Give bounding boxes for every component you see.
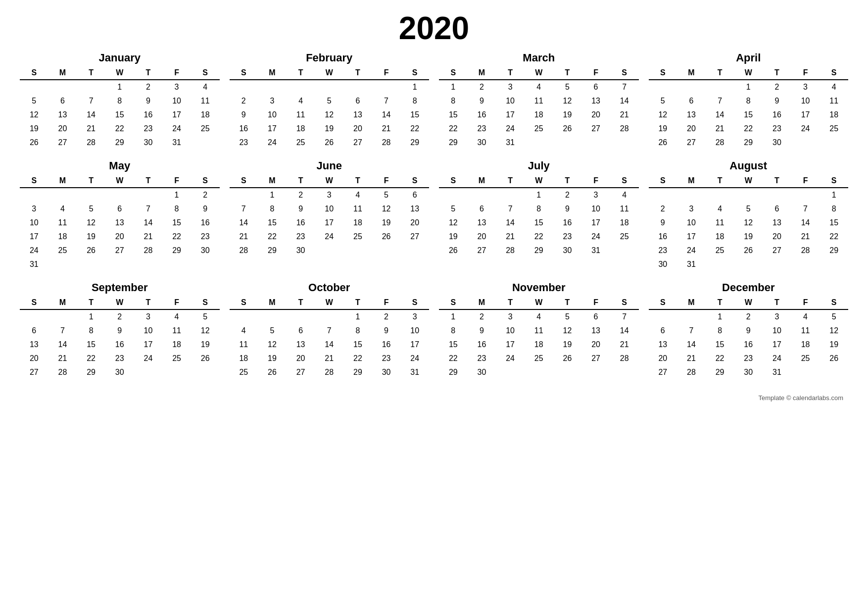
day-cell: 15 — [734, 108, 763, 122]
day-cell — [610, 244, 639, 257]
day-cell: 9 — [105, 324, 134, 338]
month-table-august: SMTWTFS123456789101112131415161718192021… — [649, 174, 849, 271]
day-cell — [48, 80, 77, 94]
day-cell: 10 — [677, 216, 706, 230]
day-cell: 2 — [553, 188, 582, 202]
day-cell: 3 — [134, 309, 163, 324]
day-header: M — [468, 296, 496, 309]
day-cell: 26 — [439, 244, 468, 257]
day-cell — [315, 244, 343, 257]
day-cell: 6 — [763, 202, 791, 216]
day-cell: 19 — [191, 338, 220, 352]
month-table-march: SMTWTFS123456789101112131415161718192021… — [439, 66, 639, 150]
day-cell: 14 — [610, 324, 639, 338]
day-cell: 9 — [134, 94, 163, 108]
day-cell: 11 — [230, 338, 258, 352]
day-cell: 16 — [230, 122, 258, 136]
day-cell — [610, 365, 639, 379]
day-cell: 18 — [287, 122, 315, 136]
day-cell: 10 — [400, 324, 429, 338]
day-header: W — [734, 66, 763, 80]
day-cell — [553, 365, 582, 379]
day-cell: 6 — [48, 94, 77, 108]
day-cell: 5 — [439, 202, 468, 216]
day-cell: 5 — [553, 309, 582, 324]
day-cell: 14 — [677, 338, 706, 352]
day-cell: 24 — [677, 244, 706, 257]
day-cell — [20, 80, 48, 94]
table-row: 31 — [20, 257, 220, 271]
table-row: 262728293031 — [20, 136, 220, 150]
day-cell: 17 — [496, 108, 525, 122]
day-header: S — [400, 66, 429, 80]
day-cell: 25 — [706, 244, 734, 257]
day-cell — [77, 80, 105, 94]
month-block-may: MaySMTWTFS123456789101112131415161718192… — [20, 159, 220, 271]
day-cell: 16 — [468, 338, 496, 352]
day-cell: 31 — [496, 136, 525, 150]
day-header: S — [20, 174, 48, 188]
day-cell: 28 — [496, 244, 525, 257]
day-cell: 17 — [20, 230, 48, 244]
day-cell: 2 — [468, 309, 496, 324]
day-cell: 11 — [287, 108, 315, 122]
year-title: 2020 — [20, 10, 848, 47]
day-cell — [791, 365, 820, 379]
day-cell: 28 — [48, 365, 77, 379]
day-cell — [315, 309, 343, 324]
day-header: F — [162, 296, 191, 309]
table-row: 1234567 — [439, 309, 639, 324]
day-cell — [677, 188, 706, 202]
day-cell — [649, 188, 677, 202]
day-cell — [820, 136, 848, 150]
footer-text: Template © calendarlabs.com — [20, 394, 848, 402]
day-cell: 1 — [525, 188, 553, 202]
day-cell: 17 — [677, 230, 706, 244]
day-cell: 12 — [734, 216, 763, 230]
day-cell: 24 — [162, 122, 191, 136]
day-cell: 16 — [191, 216, 220, 230]
day-cell: 15 — [439, 108, 468, 122]
day-cell: 15 — [706, 338, 734, 352]
day-cell: 17 — [400, 338, 429, 352]
day-cell — [677, 80, 706, 94]
day-header: M — [468, 174, 496, 188]
day-cell: 16 — [649, 230, 677, 244]
day-cell: 27 — [20, 365, 48, 379]
day-cell: 25 — [162, 352, 191, 365]
day-cell: 18 — [525, 108, 553, 122]
day-cell: 18 — [706, 230, 734, 244]
table-row: 13141516171819 — [649, 338, 849, 352]
day-cell: 5 — [77, 202, 105, 216]
day-header: T — [287, 296, 315, 309]
day-cell: 20 — [677, 122, 706, 136]
day-cell: 18 — [791, 338, 820, 352]
table-row: 19202122232425 — [20, 122, 220, 136]
day-cell: 20 — [649, 352, 677, 365]
month-block-july: JulySMTWTFS12345678910111213141516171819… — [439, 159, 639, 271]
day-cell — [287, 80, 315, 94]
table-row: 24252627282930 — [20, 244, 220, 257]
day-cell — [105, 257, 134, 271]
table-row: 2627282930 — [649, 136, 849, 150]
day-cell: 8 — [439, 94, 468, 108]
month-table-november: SMTWTFS123456789101112131415161718192021… — [439, 296, 639, 379]
day-header: S — [400, 174, 429, 188]
day-cell: 24 — [496, 122, 525, 136]
day-cell: 30 — [105, 365, 134, 379]
day-cell: 28 — [610, 352, 639, 365]
day-header: S — [439, 174, 468, 188]
day-cell: 5 — [372, 188, 401, 202]
day-cell: 8 — [400, 94, 429, 108]
day-header: T — [77, 174, 105, 188]
table-row: 2345678 — [230, 94, 430, 108]
table-row: 20212223242526 — [649, 352, 849, 365]
table-row: 891011121314 — [439, 94, 639, 108]
day-cell: 20 — [581, 108, 610, 122]
day-cell — [77, 257, 105, 271]
table-row: 22232425262728 — [439, 352, 639, 365]
day-cell: 15 — [400, 108, 429, 122]
day-cell: 7 — [496, 202, 525, 216]
day-cell: 2 — [191, 188, 220, 202]
day-cell: 8 — [77, 324, 105, 338]
